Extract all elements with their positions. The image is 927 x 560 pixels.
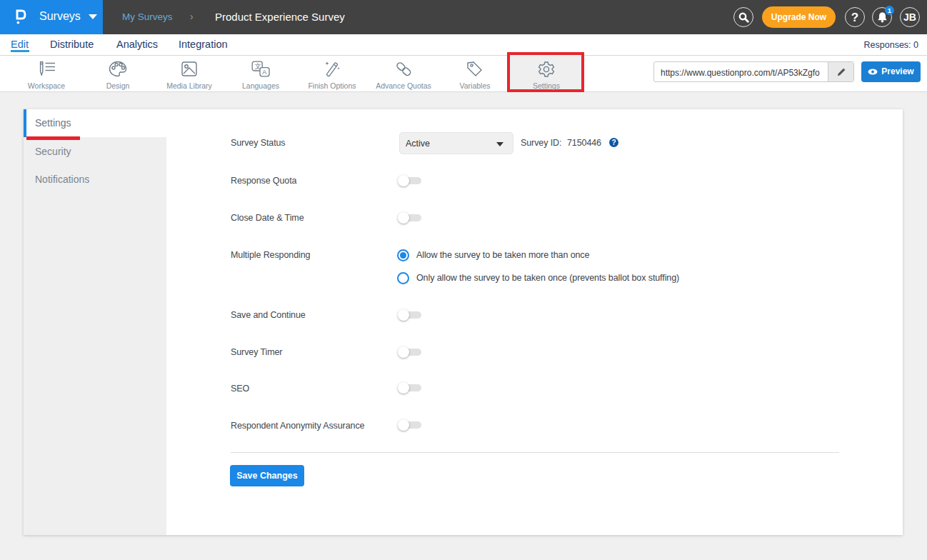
svg-text:A: A	[262, 69, 266, 76]
